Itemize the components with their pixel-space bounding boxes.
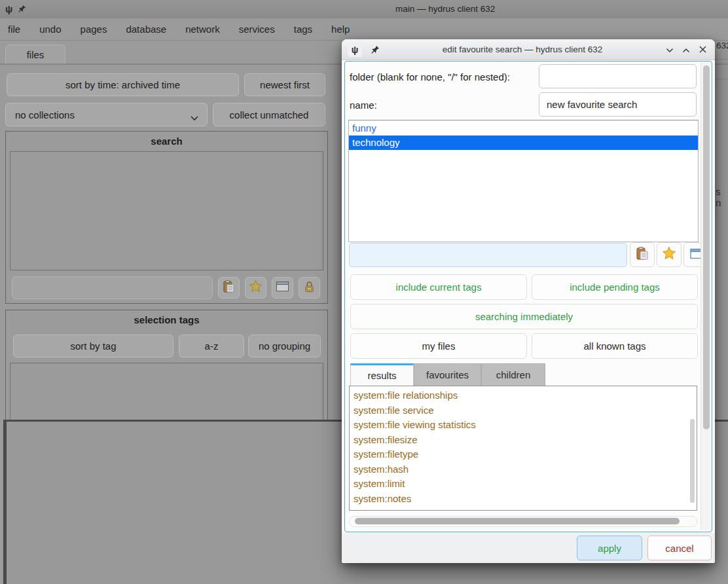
tab-children[interactable]: children — [481, 363, 545, 386]
menu-item-help[interactable]: help — [331, 24, 350, 35]
folder-label: folder (blank for none, "/" for nested): — [350, 71, 510, 82]
background-fragment-line — [715, 79, 728, 79]
roll-up-button[interactable] — [682, 45, 691, 54]
searching-immediately-button[interactable]: searching immediately — [350, 304, 698, 329]
include-current-tags-button[interactable]: include current tags — [350, 274, 527, 300]
grouping-button[interactable]: no grouping — [248, 335, 321, 357]
tag-item[interactable]: system:filetype — [354, 447, 697, 462]
chevron-down-icon — [190, 112, 199, 123]
tag-autocomplete-input[interactable] — [349, 243, 627, 267]
clipboard-icon — [635, 246, 649, 263]
tab-results[interactable]: results — [350, 363, 414, 386]
roll-down-button[interactable] — [665, 45, 674, 54]
list-item-funny[interactable]: funny — [349, 121, 698, 136]
favourite-searches-button[interactable] — [657, 242, 682, 267]
menubar: file undo pages database network service… — [0, 18, 728, 41]
tag-item[interactable]: system:notes — [354, 492, 697, 507]
search-group-title: search — [6, 136, 327, 147]
tag-item[interactable]: system:file viewing statistics — [354, 418, 697, 433]
edit-favourite-search-dialog: ψ edit favourite search — hydrus client … — [342, 39, 715, 563]
selection-tags-group: selection tags sort by tag a-z no groupi… — [5, 310, 328, 421]
tag-order-button[interactable]: a-z — [179, 335, 244, 357]
clipboard-icon — [222, 280, 236, 296]
list-scrollbar-thumb[interactable] — [690, 419, 695, 503]
favourite-searches-button-main[interactable] — [245, 277, 266, 299]
tag-item[interactable]: system:file service — [354, 403, 697, 418]
menu-item-undo[interactable]: undo — [39, 24, 61, 35]
or-search-button[interactable] — [272, 277, 293, 299]
window-icon — [276, 280, 289, 295]
star-icon — [661, 246, 677, 264]
screen: ψ main — hydrus client 632 file undo pag… — [0, 0, 728, 584]
name-input[interactable] — [539, 92, 697, 117]
close-icon — [699, 44, 706, 56]
vertical-scrollbar-thumb[interactable] — [703, 65, 710, 429]
tag-domain-button[interactable]: all known tags — [532, 333, 698, 359]
menu-item-services[interactable]: services — [239, 24, 275, 35]
favourite-searches-list[interactable]: funny technology — [348, 120, 699, 242]
cancel-button[interactable]: cancel — [647, 536, 712, 560]
selection-tags-title: selection tags — [6, 314, 327, 325]
background-fragment-line — [715, 59, 728, 60]
background-fragment-text: s n — [716, 186, 728, 208]
star-icon — [248, 279, 263, 297]
pin-icon — [371, 45, 380, 54]
dialog-footer: apply cancel — [342, 533, 715, 563]
include-pending-tags-button[interactable]: include pending tags — [532, 274, 698, 300]
dialog-title: edit favourite search — hydrus client 63… — [380, 45, 665, 54]
horizontal-scrollbar-thumb[interactable] — [355, 518, 680, 524]
window-controls — [665, 45, 707, 54]
chevron-down-icon — [666, 44, 674, 56]
close-button[interactable] — [698, 45, 707, 54]
main-titlebar: ψ main — hydrus client 632 — [0, 0, 728, 18]
hydrus-logo-icon: ψ — [348, 43, 362, 57]
file-domain-button[interactable]: my files — [350, 333, 527, 359]
search-group: search — [5, 131, 328, 304]
paste-button[interactable] — [630, 242, 655, 267]
pin-icon — [18, 4, 26, 16]
collections-dropdown-value: no collections — [15, 109, 75, 120]
menu-item-tags[interactable]: tags — [294, 24, 312, 35]
dialog-scroll-panel: folder (blank for none, "/" for nested):… — [344, 61, 712, 532]
horizontal-scrollbar[interactable] — [349, 516, 697, 527]
menu-item-network[interactable]: network — [185, 24, 220, 35]
sort-by-tag-button[interactable]: sort by tag — [13, 335, 173, 357]
collect-unmatched-button[interactable]: collect unmatched — [213, 103, 325, 126]
chevron-up-icon — [682, 44, 690, 56]
tag-results-list[interactable]: system:file relationships system:file se… — [349, 386, 697, 511]
folder-input[interactable] — [539, 64, 697, 88]
menu-item-database[interactable]: database — [126, 24, 166, 35]
selection-tags-list[interactable] — [10, 363, 323, 421]
search-lock-button[interactable] — [299, 277, 320, 299]
paste-button-main[interactable] — [218, 277, 240, 299]
vertical-scrollbar[interactable] — [701, 62, 711, 530]
lock-icon — [303, 280, 316, 296]
menu-item-pages[interactable]: pages — [81, 24, 107, 35]
tag-item[interactable]: system:hash — [354, 462, 697, 477]
name-label: name: — [350, 100, 377, 111]
main-window-title: main — hydrus client 632 — [395, 4, 495, 14]
tag-item[interactable]: system:file relationships — [354, 388, 697, 403]
apply-button[interactable]: apply — [577, 536, 642, 560]
sort-order-button[interactable]: newest first — [244, 73, 325, 96]
tab-files[interactable]: files — [5, 45, 65, 64]
tag-item[interactable]: system:limit — [354, 477, 697, 492]
list-item-technology-selected[interactable]: technology — [349, 136, 698, 150]
background-fragment-title: 632 — [716, 41, 728, 50]
dialog-titlebar[interactable]: ψ edit favourite search — hydrus client … — [342, 39, 715, 60]
sort-by-button[interactable]: sort by time: archived time — [7, 73, 239, 96]
tag-autocomplete-input-main[interactable] — [12, 276, 213, 299]
active-search-predicates-list[interactable] — [10, 151, 323, 270]
tab-favourites[interactable]: favourites — [414, 363, 481, 386]
tag-item[interactable]: system:filesize — [354, 433, 697, 448]
collections-dropdown[interactable]: no collections — [5, 103, 208, 126]
suggestion-tabs: results favourites children — [350, 363, 545, 386]
hydrus-logo-icon: ψ — [5, 3, 12, 14]
menu-item-file[interactable]: file — [8, 24, 20, 35]
